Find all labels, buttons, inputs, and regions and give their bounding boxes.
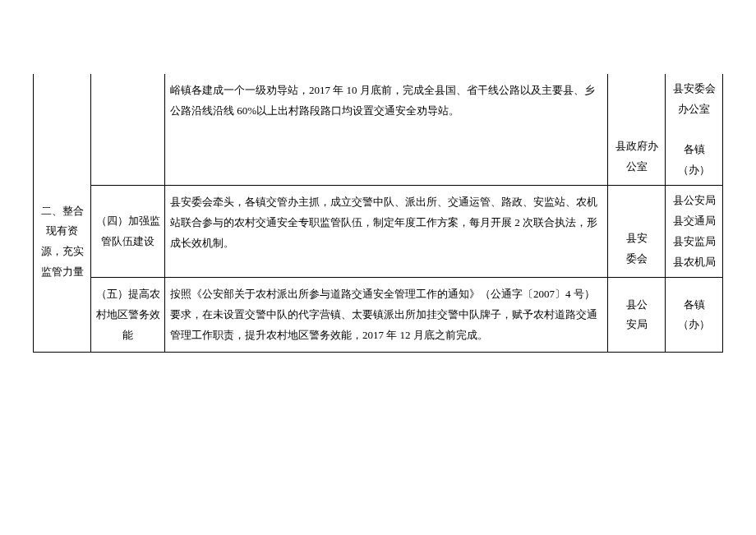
cell-category: 二、整合现有资源，充实监管力量 bbox=[34, 74, 91, 353]
cell-sub: （五）提高农村地区警务效能 bbox=[91, 278, 165, 353]
coop-text: 县安委会办公室 各镇（办） bbox=[673, 82, 716, 176]
sub-text: （五）提高农村地区警务效能 bbox=[96, 288, 160, 340]
cell-sub bbox=[91, 74, 165, 186]
desc-text: 峪镇各建成一个一级劝导站，2017 年 10 月底前，完成全县国、省干线公路以及… bbox=[170, 84, 595, 117]
sub-text: （四）加强监管队伍建设 bbox=[96, 214, 160, 247]
cell-coop: 县公安局县交通局县安监局县农机局 bbox=[666, 186, 723, 278]
coop-text: 县公安局县交通局县安监局县农机局 bbox=[673, 194, 716, 267]
policy-table: 二、整合现有资源，充实监管力量 峪镇各建成一个一级劝导站，2017 年 10 月… bbox=[33, 74, 723, 353]
table-row: 二、整合现有资源，充实监管力量 峪镇各建成一个一级劝导站，2017 年 10 月… bbox=[34, 74, 723, 186]
table-row: （四）加强监管队伍建设 县安委会牵头，各镇交管办主抓，成立交警中队、派出所、交通… bbox=[34, 186, 723, 278]
cell-resp: 县公 安局 bbox=[608, 278, 666, 353]
cell-desc: 峪镇各建成一个一级劝导站，2017 年 10 月底前，完成全县国、省干线公路以及… bbox=[165, 74, 608, 186]
resp-text: 县公 安局 bbox=[626, 298, 648, 331]
cell-coop: 各镇（办） bbox=[666, 278, 723, 353]
cell-sub: （四）加强监管队伍建设 bbox=[91, 186, 165, 278]
category-text: 二、整合现有资源，充实监管力量 bbox=[37, 144, 87, 283]
cell-desc: 按照《公安部关于农村派出所参与道路交通安全管理工作的通知》（公通字〔2007〕4… bbox=[165, 278, 608, 353]
resp-text: 县安 委会 bbox=[626, 232, 648, 265]
coop-text: 各镇（办） bbox=[678, 298, 710, 331]
table-row: （五）提高农村地区警务效能 按照《公安部关于农村派出所参与道路交通安全管理工作的… bbox=[34, 278, 723, 353]
cell-coop: 县安委会办公室 各镇（办） bbox=[666, 74, 723, 186]
desc-text: 按照《公安部关于农村派出所参与道路交通安全管理工作的通知》（公通字〔2007〕4… bbox=[170, 288, 597, 340]
cell-resp: 县安 委会 bbox=[608, 186, 666, 278]
resp-text: 县政府办公室 bbox=[615, 140, 658, 173]
desc-text: 县安委会牵头，各镇交管办主抓，成立交警中队、派出所、交通运管、路政、安监站、农机… bbox=[170, 196, 597, 248]
cell-desc: 县安委会牵头，各镇交管办主抓，成立交警中队、派出所、交通运管、路政、安监站、农机… bbox=[165, 186, 608, 278]
cell-resp: 县政府办公室 bbox=[608, 74, 666, 186]
